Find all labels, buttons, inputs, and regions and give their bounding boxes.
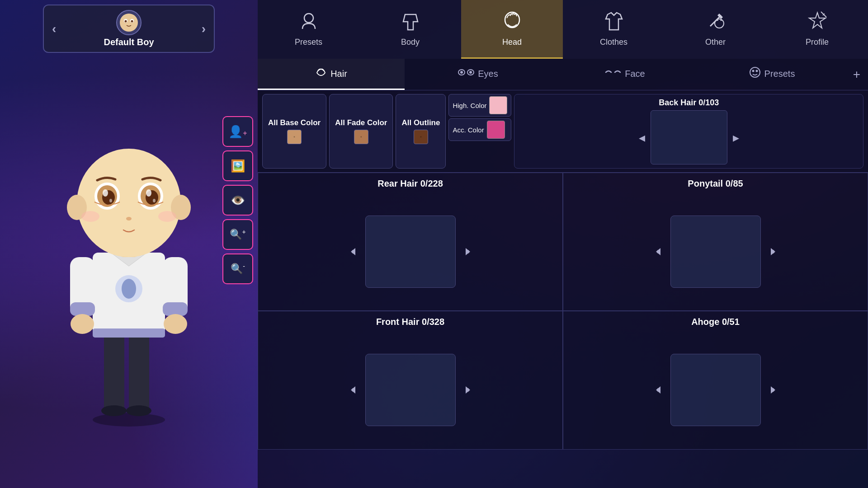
svg-point-5 <box>93 413 165 427</box>
svg-rect-7 <box>129 329 149 411</box>
svg-marker-60 <box>351 386 355 394</box>
all-base-color-label: All Base Color <box>268 118 321 127</box>
high-color-swatch[interactable] <box>489 96 507 114</box>
sub-tab-face-label: Face <box>625 69 645 79</box>
svg-point-12 <box>122 279 136 299</box>
all-base-color-button[interactable]: All Base Color <box>262 94 326 169</box>
tab-body[interactable]: Body <box>359 0 461 59</box>
high-color-label: High. Color <box>453 102 486 109</box>
zoom-in-button[interactable]: 🔍+ <box>222 219 253 250</box>
svg-point-47 <box>469 71 472 74</box>
back-hair-preview <box>651 110 727 164</box>
svg-rect-6 <box>104 329 124 411</box>
front-hair-title: Front Hair 0/328 <box>376 311 444 331</box>
front-hair-preview <box>365 354 456 426</box>
tab-other[interactable]: Other <box>665 0 766 59</box>
svg-point-33 <box>153 199 156 202</box>
color-options-row: All Base Color All Fade Color All Outlin… <box>258 90 868 173</box>
ponytail-next-button[interactable] <box>765 244 780 259</box>
eyes-sub-icon <box>458 68 474 80</box>
svg-point-32 <box>109 199 112 202</box>
front-hair-next-button[interactable] <box>460 383 475 397</box>
svg-marker-56 <box>656 248 660 255</box>
svg-point-34 <box>126 217 132 221</box>
zoom-out-button[interactable]: 🔍- <box>222 253 253 284</box>
ponytail-nav-row <box>563 192 868 310</box>
acc-color-button[interactable]: Acc. Color <box>448 118 511 141</box>
character-illustration <box>38 113 219 429</box>
top-nav: Presets Body Head <box>258 0 868 59</box>
back-hair-prev-button[interactable]: ◂ <box>639 130 645 145</box>
image-icon: 🖼️ <box>231 159 245 173</box>
sub-tab-hair[interactable]: Hair <box>258 59 405 90</box>
sub-tab-presets[interactable]: Presets <box>698 59 845 90</box>
tab-head-label: Head <box>502 38 522 47</box>
high-color-button[interactable]: High. Color <box>448 94 511 117</box>
fade-color-swatch-1[interactable] <box>354 130 368 144</box>
fade-color-swatches <box>354 130 368 144</box>
next-character-button[interactable]: › <box>202 22 206 36</box>
add-sub-tab-button[interactable]: + <box>845 59 868 90</box>
svg-marker-62 <box>466 386 470 394</box>
base-color-swatches <box>287 130 302 144</box>
front-hair-nav-row <box>258 331 562 449</box>
svg-point-45 <box>460 71 463 74</box>
zoom-out-icon: 🔍- <box>231 263 245 275</box>
rear-hair-title: Rear Hair 0/228 <box>377 173 443 192</box>
ahoge-preview <box>670 354 761 426</box>
all-fade-color-button[interactable]: All Fade Color <box>329 94 393 169</box>
sub-tab-eyes[interactable]: Eyes <box>405 59 552 90</box>
svg-point-8 <box>101 405 127 416</box>
svg-point-19 <box>164 314 187 334</box>
head-icon <box>502 11 522 35</box>
all-outline-button[interactable]: All Outline <box>396 94 446 169</box>
svg-point-9 <box>126 405 151 416</box>
ahoge-next-button[interactable] <box>765 383 780 397</box>
main-panel: Presets Body Head <box>258 0 868 488</box>
svg-rect-17 <box>93 328 165 338</box>
side-toolbar: 👤+ 🖼️ 👁️ 🔍+ 🔍- <box>222 116 253 284</box>
tab-head[interactable]: Head <box>461 0 563 59</box>
add-person-button[interactable]: 👤+ <box>222 116 253 147</box>
outline-color-swatch-1[interactable] <box>414 130 428 144</box>
acc-color-label: Acc. Color <box>453 126 484 134</box>
tab-profile[interactable]: Profile <box>766 0 868 59</box>
ponytail-section: Ponytail 0/85 <box>563 173 868 311</box>
image-button[interactable]: 🖼️ <box>222 150 253 181</box>
tab-presets[interactable]: Presets <box>258 0 359 59</box>
svg-point-35 <box>81 211 99 222</box>
ponytail-title: Ponytail 0/85 <box>688 173 743 192</box>
svg-marker-52 <box>351 248 355 255</box>
avatar <box>116 10 142 35</box>
rear-hair-next-button[interactable] <box>460 244 475 259</box>
ponytail-prev-button[interactable] <box>651 244 666 259</box>
prev-character-button[interactable]: ‹ <box>52 22 56 36</box>
ahoge-prev-button[interactable] <box>651 383 666 397</box>
tab-clothes[interactable]: Clothes <box>563 0 665 59</box>
svg-point-31 <box>146 189 151 197</box>
back-hair-title-inline: Back Hair 0/103 <box>659 98 719 108</box>
back-hair-next-button[interactable]: ▸ <box>733 130 739 145</box>
sub-tab-face[interactable]: Face <box>552 59 698 90</box>
all-fade-color-label: All Fade Color <box>335 118 387 127</box>
acc-color-swatch[interactable] <box>487 121 505 139</box>
ahoge-section: Ahoge 0/51 <box>563 311 868 449</box>
svg-marker-58 <box>771 248 775 255</box>
zoom-in-icon: 🔍+ <box>230 228 245 240</box>
tab-presets-label: Presets <box>295 38 322 47</box>
svg-point-0 <box>120 14 138 32</box>
eye-toggle-button[interactable]: 👁️ <box>222 185 253 216</box>
character-name-bar: ‹ Default Boy › <box>43 5 215 53</box>
rear-hair-preview <box>365 216 456 288</box>
sub-tab-presets-label: Presets <box>764 69 795 79</box>
rear-hair-nav-row <box>258 192 562 310</box>
svg-marker-66 <box>771 386 775 394</box>
base-color-swatch-1[interactable] <box>287 130 302 144</box>
ahoge-nav-row <box>563 331 868 449</box>
rear-hair-prev-button[interactable] <box>346 244 361 259</box>
front-hair-prev-button[interactable] <box>346 383 361 397</box>
svg-point-3 <box>125 20 127 23</box>
svg-point-21 <box>77 149 181 257</box>
svg-point-50 <box>755 70 758 72</box>
profile-icon <box>807 11 827 35</box>
